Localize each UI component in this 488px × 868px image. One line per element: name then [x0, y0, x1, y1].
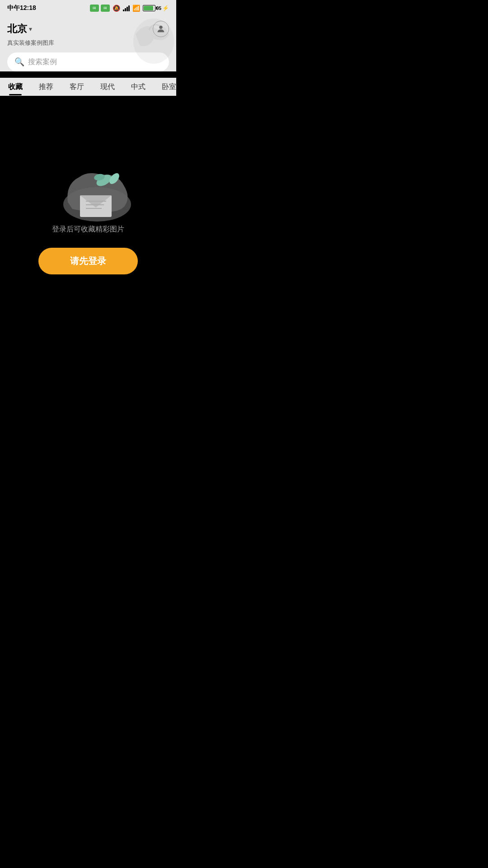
- login-button[interactable]: 请先登录: [38, 248, 138, 274]
- signal-icon: [123, 5, 130, 11]
- tab-chinese[interactable]: 中式: [123, 78, 154, 95]
- battery-icon: [143, 5, 155, 11]
- main-content: 登录后可收藏精彩图片 请先登录: [0, 96, 176, 331]
- header-decoration: [122, 16, 176, 71]
- empty-state-message: 登录后可收藏精彩图片: [52, 225, 124, 234]
- status-time: 中午12:18: [7, 4, 36, 12]
- search-icon: 🔍: [14, 57, 24, 67]
- status-bar: 中午12:18 ✉ ✉ 🔕 📶 95 ⚡: [0, 0, 176, 16]
- message-icon-2: ✉: [101, 5, 110, 12]
- tab-favorites[interactable]: 收藏: [0, 78, 31, 95]
- battery-container: 95 ⚡: [143, 5, 169, 11]
- svg-point-1: [159, 26, 162, 29]
- bell-icon: 🔕: [113, 5, 120, 12]
- tab-bar: 收藏 推荐 客厅 现代 中式 卧室 北欧: [0, 78, 176, 96]
- location-label: 北京: [7, 22, 27, 36]
- empty-svg: [52, 152, 142, 225]
- user-avatar-button[interactable]: [153, 21, 169, 37]
- location-row: 北京 ▾: [7, 22, 32, 36]
- charging-icon: ⚡: [162, 5, 169, 11]
- user-icon: [156, 24, 166, 34]
- empty-state-illustration: [52, 152, 124, 211]
- tab-bedroom[interactable]: 卧室: [154, 78, 176, 95]
- battery-fill: [144, 6, 154, 10]
- tab-modern[interactable]: 现代: [92, 78, 123, 95]
- header: 北京 ▾ 真实装修案例图库 🔍 搜索案例: [0, 16, 176, 71]
- tab-living-room[interactable]: 客厅: [61, 78, 92, 95]
- battery-level: 95: [156, 6, 161, 11]
- tab-recommended[interactable]: 推荐: [31, 78, 61, 95]
- search-placeholder-text: 搜索案例: [28, 57, 57, 67]
- status-icons: ✉ ✉ 🔕 📶 95 ⚡: [90, 5, 169, 12]
- wifi-icon: 📶: [132, 5, 140, 12]
- location-dropdown-icon[interactable]: ▾: [29, 25, 32, 33]
- message-icons: ✉ ✉: [90, 5, 110, 12]
- message-icon-1: ✉: [90, 5, 99, 12]
